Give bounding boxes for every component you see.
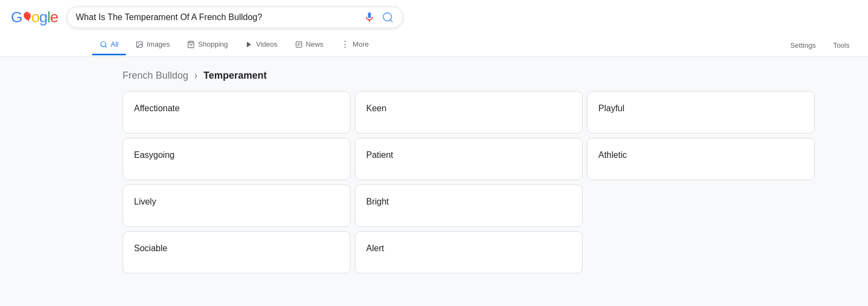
temperament-card[interactable]: Alert bbox=[355, 231, 583, 273]
search-submit-icon[interactable] bbox=[382, 11, 394, 23]
temperament-card[interactable]: Easygoing bbox=[123, 138, 350, 180]
logo-e: e bbox=[50, 9, 58, 26]
videos-icon bbox=[245, 41, 253, 48]
tools-link[interactable]: Tools bbox=[826, 36, 857, 55]
header: G 🎈 o g l e bbox=[0, 0, 868, 57]
tab-videos[interactable]: Videos bbox=[238, 35, 285, 55]
microphone-icon[interactable] bbox=[363, 11, 375, 23]
logo-g2: g bbox=[39, 9, 47, 26]
temperament-card[interactable]: Playful bbox=[587, 91, 815, 133]
logo-icon: 🎈 bbox=[21, 11, 33, 23]
images-icon bbox=[136, 41, 143, 48]
breadcrumb-parent: French Bulldog bbox=[123, 70, 188, 81]
shopping-icon bbox=[187, 41, 195, 48]
tab-shopping[interactable]: Shopping bbox=[180, 35, 235, 55]
search-icons bbox=[363, 11, 394, 23]
all-icon bbox=[100, 41, 107, 48]
temperament-card[interactable]: Patient bbox=[355, 138, 583, 180]
temperament-card[interactable]: Bright bbox=[355, 184, 583, 227]
tab-images-label: Images bbox=[146, 40, 170, 48]
tab-all[interactable]: All bbox=[92, 35, 126, 55]
temperament-card bbox=[587, 231, 815, 273]
temperament-card[interactable]: Affectionate bbox=[123, 91, 350, 133]
tab-videos-label: Videos bbox=[256, 40, 278, 48]
search-input[interactable] bbox=[76, 12, 363, 22]
tab-shopping-label: Shopping bbox=[198, 40, 228, 48]
tab-news-label: News bbox=[306, 40, 324, 48]
breadcrumb-child: Temperament bbox=[203, 70, 267, 81]
temperament-card bbox=[587, 184, 815, 227]
tab-more-label: More bbox=[353, 40, 369, 48]
search-bar[interactable] bbox=[67, 7, 403, 28]
settings-link[interactable]: Settings bbox=[783, 36, 824, 55]
header-top: G 🎈 o g l e bbox=[11, 7, 857, 34]
more-dots-icon: ⋮ bbox=[341, 39, 349, 49]
tab-images[interactable]: Images bbox=[128, 35, 177, 55]
tab-all-label: All bbox=[111, 40, 118, 48]
temperament-card[interactable]: Lively bbox=[123, 184, 350, 227]
breadcrumb: French Bulldog › Temperament bbox=[123, 70, 868, 81]
tab-news[interactable]: News bbox=[288, 35, 331, 55]
main-content: French Bulldog › Temperament Affectionat… bbox=[0, 57, 868, 286]
temperament-grid: AffectionateKeenPlayfulEasygoingPatientA… bbox=[123, 91, 817, 273]
svg-marker-4 bbox=[247, 41, 251, 47]
breadcrumb-arrow: › bbox=[194, 70, 197, 81]
google-logo[interactable]: G 🎈 o g l e bbox=[11, 9, 58, 26]
logo-o: o bbox=[31, 9, 40, 26]
svg-point-2 bbox=[138, 43, 139, 44]
news-icon bbox=[295, 41, 303, 48]
nav-tabs: All Images Shopping Videos News ⋮ More S… bbox=[11, 34, 857, 56]
temperament-card[interactable]: Sociable bbox=[123, 231, 350, 273]
tab-more[interactable]: ⋮ More bbox=[333, 34, 376, 56]
nav-right: Settings Tools bbox=[783, 36, 857, 55]
temperament-card[interactable]: Athletic bbox=[587, 138, 815, 180]
temperament-card[interactable]: Keen bbox=[355, 91, 583, 133]
logo-g: G bbox=[11, 9, 22, 26]
